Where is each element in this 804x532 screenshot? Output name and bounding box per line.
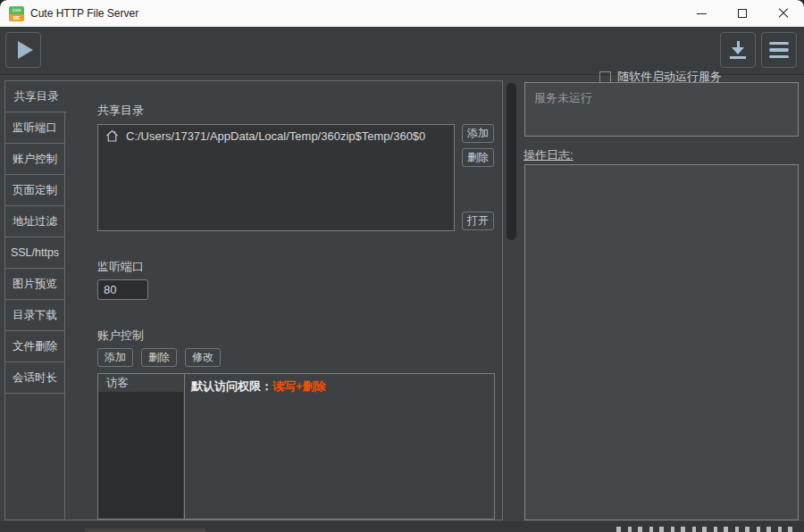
operation-log-label: 操作日志: xyxy=(523,147,574,163)
close-icon xyxy=(778,8,789,19)
service-status-box: 服务未运行 xyxy=(524,82,799,137)
start-service-button[interactable] xyxy=(5,32,41,68)
share-add-button[interactable]: 添加 xyxy=(462,124,494,143)
tab-page-custom[interactable]: 页面定制 xyxy=(5,175,64,206)
tab-ssl-https[interactable]: SSL/https xyxy=(5,237,64,269)
play-icon xyxy=(18,41,33,59)
account-section-label: 账户控制 xyxy=(97,328,144,344)
tab-account-control[interactable]: 账户控制 xyxy=(5,144,64,175)
maximize-icon xyxy=(738,9,747,18)
account-add-button[interactable]: 添加 xyxy=(97,348,133,367)
default-permission-text: 默认访问权限：读写+删除 xyxy=(191,378,326,395)
tab-file-delete[interactable]: 文件删除 xyxy=(5,331,64,362)
tab-share-dir[interactable]: 共享目录 xyxy=(5,81,67,112)
default-permission-label: 默认访问权限： xyxy=(191,379,272,393)
share-open-button[interactable]: 打开 xyxy=(462,212,494,230)
account-user-list[interactable]: 访客 xyxy=(98,374,185,519)
tab-listen-port[interactable]: 监听端口 xyxy=(5,112,64,144)
share-dir-list[interactable]: C:/Users/17371/AppData/Local/Temp/360zip… xyxy=(97,124,455,231)
menu-button[interactable] xyxy=(761,32,797,68)
default-permission-value: 读写+删除 xyxy=(272,379,326,393)
title-bar: cute ME Cute HTTP File Server xyxy=(0,0,804,27)
tab-image-preview[interactable]: 图片预览 xyxy=(5,269,64,300)
share-dir-item[interactable]: C:/Users/17371/AppData/Local/Temp/360zip… xyxy=(98,125,454,147)
tab-dir-download[interactable]: 目录下载 xyxy=(5,300,64,331)
window-title: Cute HTTP File Server xyxy=(30,0,138,27)
account-delete-button[interactable]: 删除 xyxy=(141,348,177,367)
vertical-scrollbar[interactable] xyxy=(506,80,517,520)
home-icon xyxy=(105,129,119,143)
tabbar-empty-area xyxy=(5,394,64,511)
account-table: 访客 默认访问权限：读写+删除 xyxy=(97,373,495,520)
toolbar: 随软件启动运行服务 xyxy=(0,27,804,75)
sidebar-tabbar: 共享目录 监听端口 账户控制 页面定制 地址过滤 SSL/https 图片预览 … xyxy=(4,80,65,520)
tab-address-filter[interactable]: 地址过滤 xyxy=(5,206,64,237)
settings-pane: 共享目录 C:/Users/17371/AppData/Local/Temp/3… xyxy=(64,80,503,520)
port-input[interactable] xyxy=(97,279,148,300)
account-user-list-body xyxy=(98,392,183,519)
app-logo-top: cute xyxy=(9,6,24,14)
service-status-text: 服务未运行 xyxy=(525,83,798,113)
clipped-text-artifact xyxy=(616,527,800,532)
autostart-checkbox[interactable] xyxy=(599,71,611,83)
hamburger-icon xyxy=(769,42,789,59)
minimize-icon xyxy=(697,13,707,14)
app-logo-bottom: ME xyxy=(9,14,24,21)
maximize-button[interactable] xyxy=(722,0,763,27)
download-button[interactable] xyxy=(720,32,756,68)
operation-log-area[interactable] xyxy=(524,164,799,520)
download-icon xyxy=(729,41,747,59)
bottom-strip xyxy=(0,521,804,532)
minimize-button[interactable] xyxy=(681,0,722,27)
app-logo-icon: cute ME xyxy=(9,6,24,21)
app-window: cute ME Cute HTTP File Server 随软件启动运行服务 … xyxy=(0,0,804,532)
account-modify-button[interactable]: 修改 xyxy=(185,348,221,367)
account-user-item-guest[interactable]: 访客 xyxy=(98,374,184,392)
tab-session-duration[interactable]: 会话时长 xyxy=(5,362,64,394)
port-section-label: 监听端口 xyxy=(97,259,144,275)
share-dir-section-label: 共享目录 xyxy=(97,103,144,119)
clipped-artifact-left xyxy=(85,528,205,532)
scrollbar-thumb[interactable] xyxy=(507,83,516,240)
close-button[interactable] xyxy=(763,0,804,27)
share-dir-path: C:/Users/17371/AppData/Local/Temp/360zip… xyxy=(126,129,425,143)
share-delete-button[interactable]: 删除 xyxy=(462,148,494,167)
